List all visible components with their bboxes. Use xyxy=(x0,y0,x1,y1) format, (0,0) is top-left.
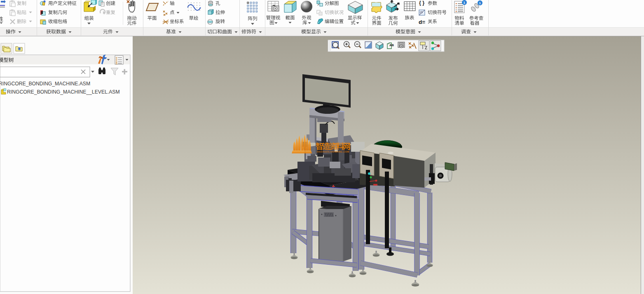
svg-text:AB: AB xyxy=(389,43,394,47)
svg-text:{ }: { } xyxy=(419,0,424,6)
svg-text:1: 1 xyxy=(479,1,481,5)
svg-text:1: 1 xyxy=(464,1,466,5)
svg-text:d=: d= xyxy=(419,19,425,25)
svg-text:ZHIZAOZILIAOWANG.COM: ZHIZAOZILIAOWANG.COM xyxy=(316,151,349,153)
svg-text:RINGCORE_BONDING_MACHINE__LEVE: RINGCORE_BONDING_MACHINE__LEVEL.ASM xyxy=(7,89,120,95)
svg-text:RINGCORE_BONDING_MACHINE.ASM: RINGCORE_BONDING_MACHINE.ASM xyxy=(0,81,90,87)
